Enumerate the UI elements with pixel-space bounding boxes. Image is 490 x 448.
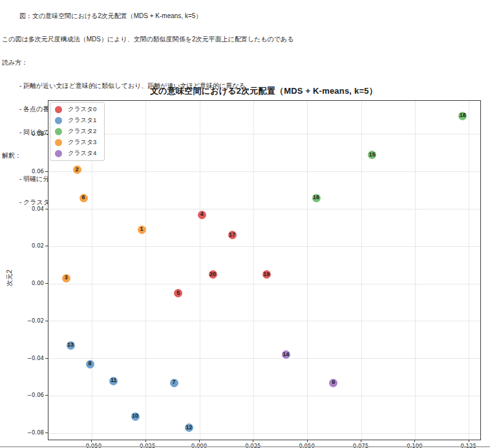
gridline-vertical	[200, 101, 200, 440]
data-point-number: 18	[454, 111, 471, 119]
plot-area: 1234567891011121314151617181920 クラスタ0クラス…	[48, 100, 481, 440]
legend-item: クラスタ4	[55, 148, 96, 159]
legend-swatch-クラスタ1	[55, 117, 62, 124]
gridline-horizontal	[48, 246, 480, 247]
legend-label: クラスタ2	[68, 127, 96, 136]
description-line-clipped: 図：文の意味空間における2次元配置（MDS + K-means, k=5）	[2, 12, 294, 20]
legend-item: クラスタ2	[55, 126, 96, 137]
data-point-number: 19	[258, 270, 275, 278]
data-point-18: 18	[458, 112, 467, 120]
data-point-20: 20	[209, 270, 217, 279]
y-tick-mark	[45, 358, 48, 359]
x-tick-mark	[91, 440, 92, 442]
y-axis-label: 次元2	[5, 270, 14, 286]
gridline-horizontal	[48, 321, 480, 321]
data-point-5: 5	[174, 289, 182, 297]
y-tick-mark	[45, 209, 48, 209]
gridline-horizontal	[48, 396, 480, 396]
data-point-number: 13	[62, 341, 79, 348]
gridline-vertical	[469, 101, 469, 440]
gridline-horizontal	[48, 171, 480, 172]
legend-swatch-クラスタ2	[55, 128, 62, 135]
y-tick-mark	[45, 395, 48, 396]
x-tick-mark	[253, 440, 253, 442]
chart-title: 文の意味空間における2次元配置（MDS + K-means, k=5）	[48, 85, 480, 97]
gridline-vertical	[361, 101, 362, 440]
data-point-number: 1	[133, 225, 150, 233]
legend-swatch-クラスタ4	[55, 150, 62, 157]
data-point-1: 1	[138, 226, 146, 234]
y-tick-mark	[45, 171, 48, 172]
y-tick-label: 0.02	[17, 242, 44, 249]
legend-label: クラスタ4	[68, 149, 96, 158]
y-tick-mark	[45, 432, 48, 433]
data-point-number: 16	[308, 193, 325, 201]
data-point-12: 12	[185, 423, 193, 432]
data-point-number: 11	[105, 376, 122, 384]
data-point-number: 6	[75, 193, 92, 201]
gridline-vertical	[307, 101, 308, 440]
data-point-6: 6	[80, 194, 88, 202]
gridline-horizontal	[48, 433, 480, 434]
data-point-number: 3	[58, 273, 74, 281]
data-point-17: 17	[228, 231, 237, 239]
y-tick-mark	[45, 134, 48, 134]
legend-label: クラスタ0	[68, 105, 96, 114]
x-tick-mark	[361, 440, 361, 442]
data-point-13: 13	[67, 341, 75, 350]
data-point-7: 7	[170, 379, 178, 387]
y-tick-mark	[45, 283, 48, 284]
data-point-number: 20	[204, 270, 221, 278]
data-point-number: 14	[277, 350, 294, 358]
legend-label: クラスタ3	[68, 138, 96, 147]
legend-item: クラスタ0	[55, 104, 96, 115]
gridline-horizontal	[48, 358, 480, 359]
gridline-vertical	[145, 101, 146, 440]
x-tick-mark	[414, 440, 415, 442]
x-tick-mark	[145, 440, 146, 442]
data-point-16: 16	[312, 194, 321, 202]
gridline-vertical	[253, 101, 254, 440]
data-point-number: 10	[127, 412, 144, 420]
y-tick-label: 0.06	[17, 168, 44, 175]
data-point-8: 8	[86, 360, 94, 368]
data-point-4: 4	[198, 211, 206, 219]
y-tick-mark	[45, 246, 48, 246]
data-point-number: 4	[193, 210, 210, 218]
data-point-number: 9	[325, 378, 342, 386]
data-point-number: 12	[180, 423, 197, 431]
data-point-15: 15	[368, 151, 376, 159]
data-point-11: 11	[109, 377, 118, 385]
legend-swatch-クラスタ0	[55, 106, 62, 113]
data-point-number: 2	[69, 165, 85, 173]
y-tick-label: 0.08	[17, 131, 44, 137]
x-tick-mark	[199, 440, 200, 442]
y-tick-label: −0.06	[17, 392, 44, 398]
data-point-number: 5	[170, 289, 187, 297]
y-tick-label: 0.00	[17, 280, 44, 286]
legend-item: クラスタ3	[55, 137, 96, 148]
data-point-10: 10	[131, 412, 140, 421]
data-point-number: 15	[364, 151, 381, 158]
y-tick-label: −0.04	[17, 355, 44, 361]
data-point-2: 2	[73, 165, 81, 174]
description-heading-yomikata: 読み方：	[2, 59, 294, 67]
legend-label: クラスタ1	[68, 116, 96, 125]
data-point-19: 19	[262, 270, 271, 279]
data-point-number: 7	[165, 378, 182, 386]
y-tick-label: 0.04	[17, 206, 44, 212]
gridline-horizontal	[48, 209, 480, 209]
legend-swatch-クラスタ3	[55, 139, 62, 146]
window-bottom-edge	[0, 446, 490, 447]
data-point-3: 3	[62, 274, 70, 283]
data-point-number: 8	[81, 359, 98, 367]
legend: クラスタ0クラスタ1クラスタ2クラスタ3クラスタ4	[50, 102, 105, 161]
gridline-horizontal	[48, 134, 480, 134]
y-tick-mark	[45, 321, 48, 321]
description-line: この図は多次元尺度構成法（MDS）により、文間の類似度関係を2次元平面上に配置し…	[2, 36, 294, 43]
data-point-14: 14	[282, 350, 290, 359]
x-tick-mark	[307, 440, 308, 442]
legend-item: クラスタ1	[55, 115, 96, 126]
y-tick-label: −0.02	[17, 317, 44, 324]
gridline-vertical	[415, 101, 416, 440]
